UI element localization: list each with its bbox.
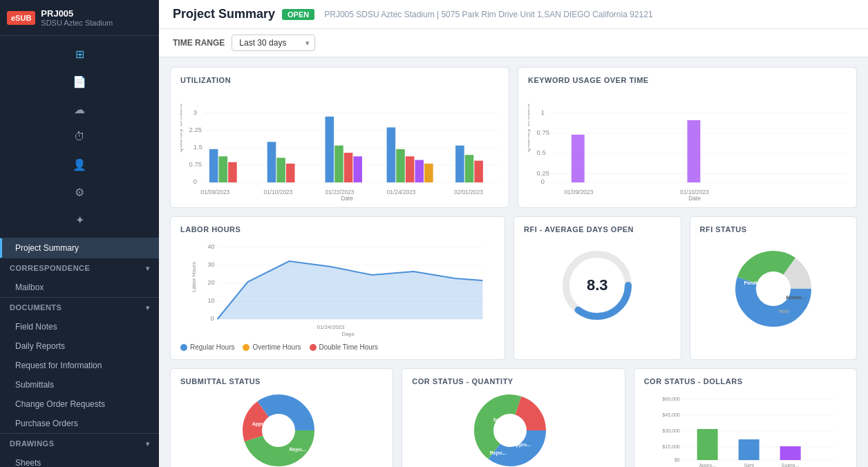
svg-text:Rejec...: Rejec...	[490, 450, 507, 456]
rfi-avg-days-chart-card: RFI - AVERAGE DAYS OPEN 8.3	[513, 216, 681, 360]
cor-status-qty-chart-title: COR STATUS - QUANTITY	[412, 377, 614, 385]
svg-rect-17	[326, 117, 334, 182]
utilization-chart-title: UTILIZATION	[180, 76, 499, 84]
svg-rect-14	[267, 142, 276, 182]
esub-drive-nav-icon[interactable]: ☁	[66, 97, 93, 122]
svg-rect-94	[697, 429, 717, 460]
svg-text:01/09/2023: 01/09/2023	[200, 189, 229, 196]
sidebar-item-rfi[interactable]: Request for Information	[0, 356, 159, 375]
svg-text:0.5: 0.5	[537, 149, 546, 156]
nav-icons-strip: ⊞ 📄 ☁ ⏱ 👤 ⚙ ✦	[0, 36, 159, 238]
svg-text:$45,000: $45,000	[662, 412, 679, 417]
sidebar-item-sheets[interactable]: Sheets	[0, 453, 159, 467]
labor-hours-chart-card: LABOR HOURS 40 30 20 10 0 Labor Hours	[170, 216, 505, 360]
svg-text:02/01/2023: 02/01/2023	[454, 189, 483, 196]
rfi-status-chart-card: RFI STATUS Pendi... Answe... Void	[690, 216, 858, 360]
cor-status-dollars-chart-card: COR STATUS - DOLLARS $60,000 $45,000 $30…	[634, 368, 857, 467]
sidebar: eSUB PRJ005 SDSU Aztec Stadium ⊞ 📄 ☁ ⏱ 👤…	[0, 0, 159, 467]
svg-rect-20	[353, 156, 362, 182]
legend-overtime-hours: Overtime Hours	[243, 343, 301, 351]
keyword-usage-chart-svg: 1 0.75 0.5 0.25 0 Quantity Created 01/09…	[528, 91, 847, 208]
correspondence-section-header[interactable]: CORRESPONDENCE ▾	[0, 258, 159, 278]
svg-text:0.75: 0.75	[189, 160, 202, 168]
sidebar-item-submittals[interactable]: Submittals	[0, 375, 159, 394]
time-range-select-wrapper[interactable]: Last 30 days Last 7 days Last 90 days Cu…	[232, 35, 315, 51]
submittal-status-chart-title: SUBMITTAL STATUS	[180, 377, 383, 385]
time-nav-icon[interactable]: ⏱	[66, 124, 93, 149]
cor-status-dollars-chart-title: COR STATUS - DOLLARS	[644, 377, 847, 385]
svg-text:$0: $0	[674, 457, 680, 462]
svg-rect-96	[780, 446, 800, 460]
user-admin-nav-icon[interactable]: ⚙	[66, 180, 93, 204]
svg-text:20: 20	[208, 279, 215, 286]
svg-text:Date: Date	[688, 195, 701, 202]
middle-charts-row: LABOR HOURS 40 30 20 10 0 Labor Hours	[170, 216, 857, 360]
cor-status-qty-pie: Sent Appro... Rejec...	[412, 392, 614, 467]
documents-section-header[interactable]: DOCUMENTS ▾	[0, 298, 159, 317]
svg-text:Rejec...: Rejec...	[289, 447, 306, 452]
svg-text:Quantity Created: Quantity Created	[180, 104, 183, 153]
rfi-avg-days-gauge: 8.3	[524, 240, 671, 330]
keyword-usage-chart-card: KEYWORD USAGE OVER TIME 1 0.75 0.5 0.25 …	[518, 67, 857, 208]
drawings-label: DRAWINGS	[10, 439, 55, 448]
sidebar-section-documents: DOCUMENTS ▾ Field Notes Daily Reports Re…	[0, 298, 159, 434]
labor-hours-chart-title: LABOR HOURS	[180, 225, 495, 234]
sidebar-item-mailbox[interactable]: Mailbox	[0, 278, 159, 297]
svg-text:$30,000: $30,000	[662, 428, 679, 433]
svg-text:Date: Date	[341, 195, 353, 202]
status-badge: OPEN	[282, 9, 314, 20]
svg-text:01/09/2023: 01/09/2023	[564, 189, 593, 196]
settings-nav-icon[interactable]: ✦	[66, 207, 93, 232]
legend-overtime-hours-label: Overtime Hours	[252, 343, 301, 351]
labor-hours-legend: Regular Hours Overtime Hours Double Time…	[180, 343, 495, 351]
sidebar-item-daily-reports[interactable]: Daily Reports	[0, 336, 159, 356]
svg-rect-15	[276, 158, 285, 182]
svg-rect-12	[219, 156, 228, 182]
rfi-gauge-inner: 8.3	[559, 247, 635, 323]
submittal-status-chart-card: SUBMITTAL STATUS Appro... Rejec...	[170, 368, 393, 467]
svg-rect-18	[334, 146, 343, 182]
svg-text:Appro...: Appro...	[513, 442, 531, 448]
svg-text:3: 3	[194, 108, 197, 116]
drawings-chevron-icon: ▾	[146, 440, 150, 448]
cor-status-qty-chart-card: COR STATUS - QUANTITY Sent Appro... Reje…	[402, 368, 625, 467]
bottom-charts-row: SUBMITTAL STATUS Appro... Rejec...	[170, 368, 857, 467]
documents-label: DOCUMENTS	[10, 303, 62, 312]
svg-text:2.25: 2.25	[189, 126, 202, 133]
svg-text:1: 1	[541, 108, 545, 116]
time-range-select[interactable]: Last 30 days Last 7 days Last 90 days Cu…	[232, 35, 315, 51]
svg-text:Days: Days	[341, 331, 354, 337]
sidebar-item-project-summary[interactable]: Project Summary	[0, 238, 159, 258]
svg-rect-19	[344, 153, 353, 182]
main-content: Project Summary OPEN PRJ005 SDSU Aztec S…	[159, 0, 868, 467]
svg-text:30: 30	[208, 261, 215, 268]
legend-doubletime-hours-label: Double Time Hours	[319, 343, 379, 351]
rfi-status-chart-title: RFI STATUS	[700, 225, 847, 234]
svg-text:0: 0	[211, 315, 214, 322]
projects-nav-icon[interactable]: ⊞	[66, 41, 93, 66]
svg-text:01/24/2023: 01/24/2023	[387, 189, 416, 196]
time-range-bar: TIME RANGE Last 30 days Last 7 days Last…	[159, 29, 868, 57]
sidebar-section-correspondence: CORRESPONDENCE ▾ Mailbox	[0, 258, 159, 298]
top-header: Project Summary OPEN PRJ005 SDSU Aztec S…	[159, 0, 868, 29]
sidebar-section-top: Project Summary	[0, 238, 159, 258]
sidebar-project-id: PRJ005	[41, 8, 113, 19]
drawings-section-header[interactable]: DRAWINGS ▾	[0, 434, 159, 453]
labor-hours-chart-svg: 40 30 20 10 0 Labor Hours 01/2	[180, 240, 495, 337]
resources-nav-icon[interactable]: 👤	[66, 152, 93, 177]
documents-nav-icon[interactable]: 📄	[66, 69, 93, 94]
documents-chevron-icon: ▾	[146, 304, 150, 312]
legend-doubletime-hours: Double Time Hours	[310, 343, 379, 351]
project-address: PRJ005 SDSU Aztec Stadium | 5075 Park Ri…	[324, 10, 652, 19]
sidebar-item-cor[interactable]: Change Order Requests	[0, 394, 159, 414]
svg-rect-28	[474, 161, 483, 182]
correspondence-chevron-icon: ▾	[146, 265, 150, 272]
svg-text:40: 40	[208, 243, 215, 250]
sidebar-item-purchase-orders[interactable]: Purchase Orders	[0, 414, 159, 433]
svg-text:01/24/2023: 01/24/2023	[317, 324, 345, 330]
svg-text:01/10/2023: 01/10/2023	[263, 189, 292, 196]
sidebar-item-field-notes[interactable]: Field Notes	[0, 317, 159, 336]
page-title: Project Summary	[173, 7, 275, 21]
sidebar-header: eSUB PRJ005 SDSU Aztec Stadium	[0, 0, 159, 36]
svg-text:Labor Hours: Labor Hours	[191, 262, 197, 292]
